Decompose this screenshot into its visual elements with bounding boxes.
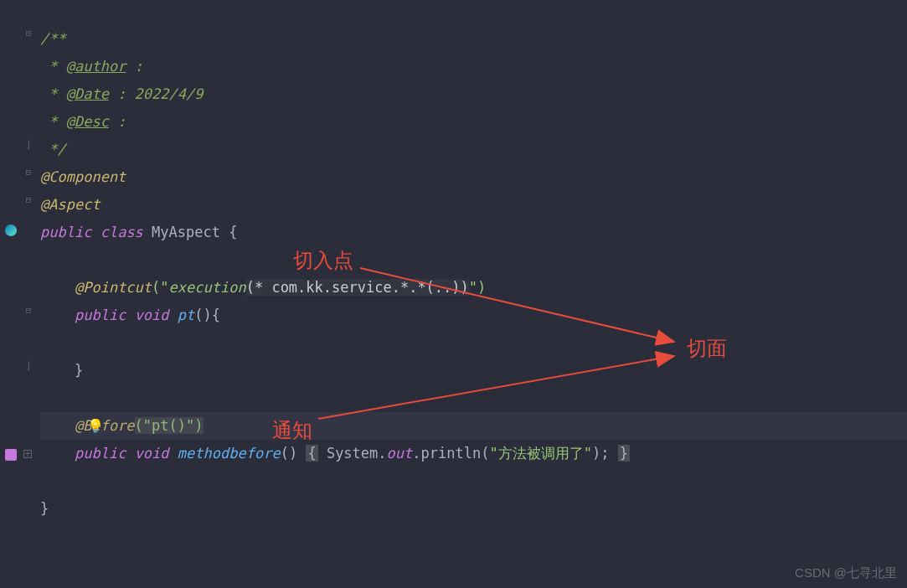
execution-keyword: execution xyxy=(169,279,246,296)
date-value: : 2022/4/9 xyxy=(109,85,204,102)
brace-open: { xyxy=(229,224,237,240)
doc-close: */ xyxy=(40,141,66,157)
author-colon: : xyxy=(126,58,142,75)
fold-icon[interactable]: ⊟ xyxy=(23,305,33,315)
doc-star: * xyxy=(40,113,66,130)
pt-method: pt xyxy=(178,307,194,323)
code-editor[interactable]: ⊟ ⌋ ⊟ ⊟ ⊟ ⌋ + /** * @author : * @Date : … xyxy=(0,0,907,588)
code-area[interactable]: /** * @author : * @Date : 2022/4/9 * @De… xyxy=(37,0,907,588)
pointcut-open: (" xyxy=(152,279,168,296)
pointcut-annotation: @Pointcut xyxy=(75,279,152,296)
brace-open: { xyxy=(306,445,317,462)
doc-star: * xyxy=(40,85,66,102)
watermark: CSDN @七寻北里 xyxy=(795,565,897,581)
println-method: println xyxy=(421,445,482,462)
fold-icon[interactable]: ⊟ xyxy=(23,194,33,204)
parens: () xyxy=(281,445,297,462)
fold-icon[interactable]: ⊟ xyxy=(23,28,33,38)
methodbefore-method: methodbefore xyxy=(178,445,281,462)
desc-tag: @Desc xyxy=(66,113,109,130)
println-string: "方法被调用了" xyxy=(489,445,591,462)
doc-open: /** xyxy=(40,30,66,47)
class-name: MyAspect xyxy=(152,224,220,240)
brace-close: } xyxy=(40,500,49,517)
bulb-icon[interactable]: 💡 xyxy=(87,412,104,440)
gutter-aspect-icon xyxy=(5,449,17,461)
semicolon: ; xyxy=(600,445,609,462)
parens: () xyxy=(194,307,211,323)
gutter: ⊟ ⌋ ⊟ ⊟ ⊟ ⌋ + xyxy=(0,0,37,588)
class-keyword: class xyxy=(100,224,143,240)
pointcut-close: ") xyxy=(469,279,486,296)
fold-end-icon[interactable]: ⌋ xyxy=(23,139,33,149)
public-keyword: public xyxy=(40,224,91,240)
brace-open: { xyxy=(212,307,220,323)
void-keyword: void xyxy=(135,307,169,323)
public-keyword: public xyxy=(75,445,126,462)
date-tag: @Date xyxy=(66,85,109,102)
public-keyword: public xyxy=(75,307,126,323)
before-string: ("pt()") xyxy=(135,417,204,434)
brace-close: } xyxy=(618,445,630,462)
expand-icon[interactable]: + xyxy=(23,450,32,458)
edge-browser-icon xyxy=(5,224,17,236)
author-tag: @author xyxy=(66,58,126,75)
fold-end-icon[interactable]: ⌋ xyxy=(23,360,33,370)
doc-star: * xyxy=(40,58,66,75)
system-class: System xyxy=(327,445,378,462)
component-annotation: @Component xyxy=(40,168,126,185)
desc-colon: : xyxy=(109,113,126,130)
fold-icon[interactable]: ⊟ xyxy=(23,167,33,177)
aspect-annotation: @Aspect xyxy=(40,196,100,213)
before-annotation: @Before xyxy=(75,417,135,434)
pointcut-expression: (* com.kk.service.*.*(..)) xyxy=(246,279,469,296)
void-keyword: void xyxy=(135,445,169,462)
brace-close: } xyxy=(75,362,83,379)
out-field: out xyxy=(387,445,413,462)
